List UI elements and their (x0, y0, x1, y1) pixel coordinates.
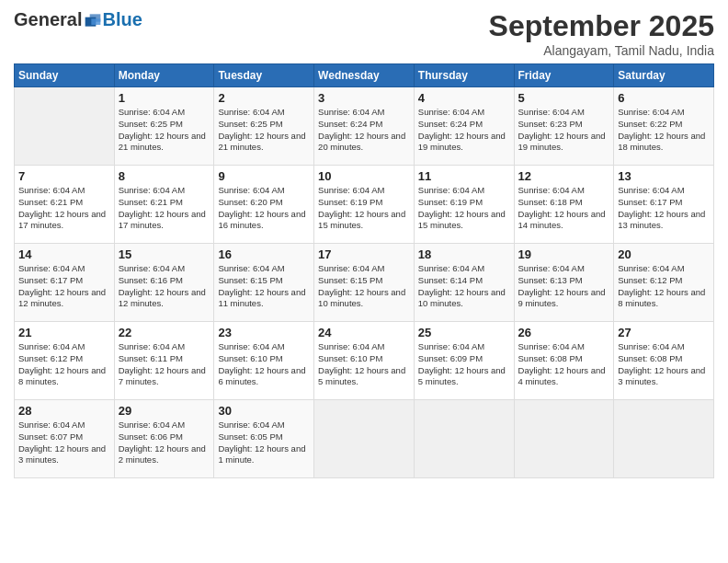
day-info: Sunrise: 6:04 AM Sunset: 6:08 PM Dayligh… (518, 341, 610, 388)
day-number: 1 (119, 91, 210, 105)
day-info: Sunrise: 6:04 AM Sunset: 6:24 PM Dayligh… (318, 107, 410, 154)
day-cell (514, 400, 614, 478)
day-cell: 10Sunrise: 6:04 AM Sunset: 6:19 PM Dayli… (314, 166, 415, 244)
day-number: 7 (18, 169, 110, 183)
day-number: 13 (618, 169, 710, 183)
day-number: 5 (518, 91, 610, 105)
day-number: 25 (418, 326, 510, 339)
day-number: 15 (119, 247, 210, 261)
day-cell: 27Sunrise: 6:04 AM Sunset: 6:08 PM Dayli… (614, 322, 714, 400)
day-cell (414, 400, 514, 478)
day-number: 28 (18, 404, 110, 418)
logo-blue: Blue (102, 9, 142, 30)
weekday-header-friday: Friday (514, 64, 614, 87)
day-cell: 19Sunrise: 6:04 AM Sunset: 6:13 PM Dayli… (514, 244, 614, 322)
header: General Blue September 2025 Alangayam, T… (14, 9, 714, 58)
weekday-header-saturday: Saturday (614, 64, 714, 87)
day-cell: 23Sunrise: 6:04 AM Sunset: 6:10 PM Dayli… (214, 322, 314, 400)
day-cell: 7Sunrise: 6:04 AM Sunset: 6:21 PM Daylig… (15, 166, 115, 244)
day-cell: 28Sunrise: 6:04 AM Sunset: 6:07 PM Dayli… (15, 400, 115, 478)
day-cell: 18Sunrise: 6:04 AM Sunset: 6:14 PM Dayli… (414, 244, 514, 322)
day-info: Sunrise: 6:04 AM Sunset: 6:25 PM Dayligh… (119, 107, 210, 154)
week-row-2: 7Sunrise: 6:04 AM Sunset: 6:21 PM Daylig… (15, 166, 714, 244)
day-info: Sunrise: 6:04 AM Sunset: 6:19 PM Dayligh… (418, 185, 510, 232)
week-row-1: 1Sunrise: 6:04 AM Sunset: 6:25 PM Daylig… (15, 87, 714, 166)
day-number: 19 (518, 247, 610, 261)
day-info: Sunrise: 6:04 AM Sunset: 6:15 PM Dayligh… (318, 263, 410, 310)
day-cell: 24Sunrise: 6:04 AM Sunset: 6:10 PM Dayli… (314, 322, 415, 400)
week-row-3: 14Sunrise: 6:04 AM Sunset: 6:17 PM Dayli… (15, 244, 714, 322)
day-number: 22 (119, 326, 210, 339)
day-info: Sunrise: 6:04 AM Sunset: 6:10 PM Dayligh… (218, 341, 310, 388)
day-info: Sunrise: 6:04 AM Sunset: 6:18 PM Dayligh… (518, 185, 610, 232)
day-cell: 21Sunrise: 6:04 AM Sunset: 6:12 PM Dayli… (15, 322, 115, 400)
day-number: 2 (218, 91, 310, 105)
day-cell: 4Sunrise: 6:04 AM Sunset: 6:24 PM Daylig… (414, 87, 514, 166)
day-cell: 2Sunrise: 6:04 AM Sunset: 6:25 PM Daylig… (214, 87, 314, 166)
logo-icon (84, 11, 102, 29)
day-cell: 30Sunrise: 6:04 AM Sunset: 6:05 PM Dayli… (214, 400, 314, 478)
day-number: 3 (318, 91, 410, 105)
location: Alangayam, Tamil Nadu, India (489, 43, 714, 58)
day-number: 8 (119, 169, 210, 183)
day-info: Sunrise: 6:04 AM Sunset: 6:08 PM Dayligh… (618, 341, 710, 388)
day-number: 6 (618, 91, 710, 105)
title-block: September 2025 Alangayam, Tamil Nadu, In… (489, 9, 714, 58)
day-number: 30 (218, 404, 310, 418)
weekday-header-sunday: Sunday (15, 64, 115, 87)
day-cell: 13Sunrise: 6:04 AM Sunset: 6:17 PM Dayli… (614, 166, 714, 244)
day-cell (614, 400, 714, 478)
day-cell: 25Sunrise: 6:04 AM Sunset: 6:09 PM Dayli… (414, 322, 514, 400)
weekday-header-row: SundayMondayTuesdayWednesdayThursdayFrid… (15, 64, 714, 87)
day-number: 21 (18, 326, 110, 339)
day-cell: 14Sunrise: 6:04 AM Sunset: 6:17 PM Dayli… (15, 244, 115, 322)
week-row-4: 21Sunrise: 6:04 AM Sunset: 6:12 PM Dayli… (15, 322, 714, 400)
day-number: 24 (318, 326, 410, 339)
day-info: Sunrise: 6:04 AM Sunset: 6:16 PM Dayligh… (119, 263, 210, 310)
day-number: 10 (318, 169, 410, 183)
day-info: Sunrise: 6:04 AM Sunset: 6:21 PM Dayligh… (18, 185, 110, 232)
weekday-header-thursday: Thursday (414, 64, 514, 87)
day-number: 29 (119, 404, 210, 418)
day-info: Sunrise: 6:04 AM Sunset: 6:17 PM Dayligh… (618, 185, 710, 232)
day-info: Sunrise: 6:04 AM Sunset: 6:07 PM Dayligh… (18, 419, 110, 466)
month-title: September 2025 (489, 9, 714, 43)
day-info: Sunrise: 6:04 AM Sunset: 6:21 PM Dayligh… (119, 185, 210, 232)
day-info: Sunrise: 6:04 AM Sunset: 6:06 PM Dayligh… (119, 419, 210, 466)
day-info: Sunrise: 6:04 AM Sunset: 6:13 PM Dayligh… (518, 263, 610, 310)
day-number: 18 (418, 247, 510, 261)
day-cell: 12Sunrise: 6:04 AM Sunset: 6:18 PM Dayli… (514, 166, 614, 244)
day-number: 16 (218, 247, 310, 261)
day-cell (15, 87, 115, 166)
day-info: Sunrise: 6:04 AM Sunset: 6:25 PM Dayligh… (218, 107, 310, 154)
day-number: 23 (218, 326, 310, 339)
weekday-header-wednesday: Wednesday (314, 64, 415, 87)
day-number: 27 (618, 326, 710, 339)
day-cell: 8Sunrise: 6:04 AM Sunset: 6:21 PM Daylig… (114, 166, 214, 244)
day-number: 11 (418, 169, 510, 183)
day-cell: 15Sunrise: 6:04 AM Sunset: 6:16 PM Dayli… (114, 244, 214, 322)
day-number: 20 (618, 247, 710, 261)
day-info: Sunrise: 6:04 AM Sunset: 6:12 PM Dayligh… (18, 341, 110, 388)
day-info: Sunrise: 6:04 AM Sunset: 6:24 PM Dayligh… (418, 107, 510, 154)
logo-text: General Blue (14, 9, 142, 30)
calendar-table: SundayMondayTuesdayWednesdayThursdayFrid… (14, 63, 714, 478)
day-number: 17 (318, 247, 410, 261)
day-cell: 29Sunrise: 6:04 AM Sunset: 6:06 PM Dayli… (114, 400, 214, 478)
day-cell (314, 400, 415, 478)
svg-marker-2 (92, 18, 101, 25)
day-info: Sunrise: 6:04 AM Sunset: 6:14 PM Dayligh… (418, 263, 510, 310)
day-cell: 1Sunrise: 6:04 AM Sunset: 6:25 PM Daylig… (114, 87, 214, 166)
day-cell: 6Sunrise: 6:04 AM Sunset: 6:22 PM Daylig… (614, 87, 714, 166)
day-info: Sunrise: 6:04 AM Sunset: 6:09 PM Dayligh… (418, 341, 510, 388)
day-number: 4 (418, 91, 510, 105)
day-info: Sunrise: 6:04 AM Sunset: 6:10 PM Dayligh… (318, 341, 410, 388)
day-info: Sunrise: 6:04 AM Sunset: 6:17 PM Dayligh… (18, 263, 110, 310)
day-cell: 9Sunrise: 6:04 AM Sunset: 6:20 PM Daylig… (214, 166, 314, 244)
day-info: Sunrise: 6:04 AM Sunset: 6:22 PM Dayligh… (618, 107, 710, 154)
day-cell: 5Sunrise: 6:04 AM Sunset: 6:23 PM Daylig… (514, 87, 614, 166)
day-info: Sunrise: 6:04 AM Sunset: 6:12 PM Dayligh… (618, 263, 710, 310)
day-info: Sunrise: 6:04 AM Sunset: 6:15 PM Dayligh… (218, 263, 310, 310)
day-info: Sunrise: 6:04 AM Sunset: 6:19 PM Dayligh… (318, 185, 410, 232)
logo: General Blue (14, 9, 142, 30)
